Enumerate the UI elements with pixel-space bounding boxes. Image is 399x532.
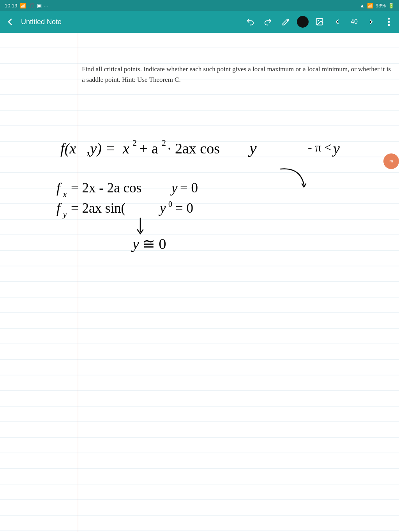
toolbar-actions: 40 bbox=[243, 15, 396, 29]
battery-icon: 🔋 bbox=[388, 3, 394, 9]
more-menu-button[interactable] bbox=[382, 15, 396, 29]
svg-text:2: 2 bbox=[162, 138, 166, 148]
image-icon bbox=[315, 18, 324, 26]
pen-icon bbox=[282, 18, 290, 26]
more-icon bbox=[388, 18, 390, 26]
svg-text:= 2ax sin(: = 2ax sin( bbox=[71, 201, 125, 216]
svg-text:y: y bbox=[332, 140, 340, 157]
image-button[interactable] bbox=[312, 15, 327, 29]
time-display: 10:19 bbox=[5, 3, 18, 9]
svg-text:= 2x - 2a cos: = 2x - 2a cos bbox=[71, 180, 141, 196]
svg-text:y: y bbox=[131, 236, 139, 252]
battery-display: 93% bbox=[376, 3, 386, 9]
back-button[interactable] bbox=[3, 15, 17, 29]
svg-text:x: x bbox=[122, 140, 129, 157]
svg-point-1 bbox=[318, 20, 319, 21]
color-picker-button[interactable] bbox=[297, 16, 309, 28]
next-page-button[interactable] bbox=[364, 15, 378, 29]
app-icon: ▣ bbox=[37, 3, 42, 9]
prev-page-button[interactable] bbox=[330, 15, 344, 29]
svg-text:0: 0 bbox=[168, 200, 172, 208]
status-right: ▲ 📶 93% 🔋 bbox=[360, 3, 394, 9]
svg-text:= 0: = 0 bbox=[175, 201, 193, 216]
redo-button[interactable] bbox=[261, 15, 275, 29]
status-bar: 10:19 📶 🎵 ▣ ··· ▲ 📶 93% 🔋 bbox=[0, 0, 399, 11]
profile-badge[interactable]: m bbox=[383, 153, 399, 169]
undo-icon bbox=[246, 18, 254, 26]
svg-text:y: y bbox=[248, 139, 257, 157]
svg-text:· 2ax cos: · 2ax cos bbox=[168, 140, 220, 157]
svg-text:+ a: + a bbox=[139, 140, 158, 157]
redo-icon bbox=[264, 18, 272, 26]
notebook-area: f(x ,y) = x 2 + a 2 · 2ax cos y - π < y … bbox=[0, 33, 399, 532]
note-title: Untitled Note bbox=[19, 18, 241, 26]
svg-point-3 bbox=[388, 21, 390, 23]
svg-text:x: x bbox=[63, 190, 67, 199]
svg-point-4 bbox=[388, 24, 390, 26]
wifi-icon: 📶 bbox=[367, 3, 373, 9]
status-left: 10:19 📶 🎵 ▣ ··· bbox=[5, 3, 48, 9]
svg-text:≅ 0: ≅ 0 bbox=[143, 236, 166, 252]
svg-text:2: 2 bbox=[132, 138, 137, 148]
svg-text:- π <: - π < bbox=[308, 140, 332, 154]
svg-text:y: y bbox=[159, 201, 166, 216]
signal-icon: 📶 bbox=[20, 3, 26, 9]
svg-text:,y) =: ,y) = bbox=[87, 140, 115, 157]
signal-bars-icon: ▲ bbox=[360, 3, 365, 9]
dots-icon: ··· bbox=[44, 3, 48, 9]
media-icon: 🎵 bbox=[28, 3, 35, 9]
notebook-svg: f(x ,y) = x 2 + a 2 · 2ax cos y - π < y … bbox=[0, 33, 399, 532]
pen-button[interactable] bbox=[279, 15, 293, 29]
profile-initials: m bbox=[390, 159, 393, 164]
svg-text:= 0: = 0 bbox=[180, 180, 198, 196]
toolbar: Untitled Note bbox=[0, 11, 399, 33]
svg-text:f(x: f(x bbox=[60, 140, 76, 157]
note-content: Find all critical points. Indicate wheth… bbox=[82, 64, 391, 97]
next-page-icon bbox=[367, 18, 374, 25]
svg-text:y: y bbox=[62, 210, 67, 219]
prev-page-icon bbox=[334, 18, 341, 25]
svg-rect-6 bbox=[0, 33, 399, 532]
undo-button[interactable] bbox=[243, 15, 257, 29]
problem-text: Find all critical points. Indicate wheth… bbox=[82, 64, 391, 85]
svg-text:y: y bbox=[170, 180, 178, 196]
back-icon bbox=[6, 18, 14, 26]
page-number: 40 bbox=[348, 18, 360, 25]
svg-point-2 bbox=[388, 18, 390, 20]
